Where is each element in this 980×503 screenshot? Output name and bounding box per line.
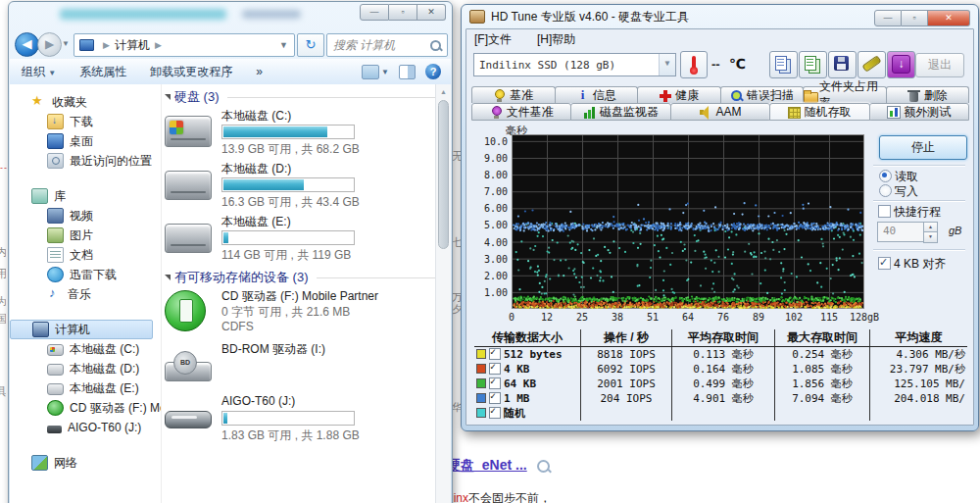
align-4kb-label[interactable]: 4 KB 对齐 xyxy=(894,256,946,273)
short-stroke-label[interactable]: 快捷行程 xyxy=(894,204,941,221)
forward-button[interactable]: ▶ xyxy=(37,32,62,57)
series-checkbox[interactable] xyxy=(489,392,501,404)
explorer-titlebar[interactable]: — ▫ ✕ xyxy=(9,2,452,29)
update-button[interactable]: ↓ xyxy=(887,51,915,78)
copy-image-button[interactable] xyxy=(799,51,827,78)
sidebar-item-1[interactable]: 下载 xyxy=(10,112,161,131)
sidebar-item-label: 下载 xyxy=(70,114,93,130)
drive-item[interactable]: AIGO-T60 (J:)1.83 GB 可用 , 共 1.88 GB xyxy=(163,392,435,445)
series-checkbox[interactable] xyxy=(489,377,501,389)
address-dropdown-icon[interactable]: ▼ xyxy=(279,40,294,50)
sidebar-item-16[interactable]: 网络 xyxy=(10,453,161,473)
menu-file[interactable]: [F]文件 xyxy=(474,31,512,48)
close-button[interactable]: ✕ xyxy=(417,4,446,21)
write-label[interactable]: 写入 xyxy=(895,183,918,200)
sidebar-item-10[interactable]: 计算机 xyxy=(10,320,153,339)
minimize-button[interactable]: — xyxy=(360,4,389,21)
sidebar-item-8[interactable]: 迅雷下载 xyxy=(10,265,161,284)
exit-button[interactable]: 退出 xyxy=(915,53,964,77)
sidebar-item-7[interactable]: 文档 xyxy=(10,245,161,265)
stop-button[interactable]: 停止 xyxy=(879,135,967,160)
y-tick-label: 1.00 xyxy=(474,287,508,298)
star-icon xyxy=(31,95,46,109)
drive-item[interactable]: BD-ROM 驱动器 (I:) xyxy=(163,339,435,392)
refresh-button[interactable]: ↻ xyxy=(297,33,324,57)
change-view-button[interactable]: ▼ xyxy=(362,65,389,79)
sidebar-item-4[interactable]: 库 xyxy=(10,186,161,206)
sidebar-item-6[interactable]: 图片 xyxy=(10,226,161,245)
menu-help[interactable]: [H]帮助 xyxy=(537,31,575,48)
breadcrumb[interactable]: 计算机 xyxy=(115,37,150,54)
sidebar-item-14[interactable]: CD 驱动器 (F:) Mob xyxy=(10,398,161,418)
organize-button[interactable]: 组织 ▼ xyxy=(10,64,68,80)
tab-label: 磁盘监视器 xyxy=(600,104,659,121)
maximize-button[interactable]: ▫ xyxy=(389,4,417,21)
back-button[interactable]: ◀ xyxy=(15,32,39,57)
chevron-down-icon[interactable]: ▼ xyxy=(659,54,675,75)
sidebar-item-15[interactable]: AIGO-T60 (J:) xyxy=(10,418,161,437)
tab-r1-0[interactable]: 基准 xyxy=(471,86,556,103)
drive-item[interactable]: 本地磁盘 (D:)16.3 GB 可用 , 共 43.4 GB xyxy=(163,159,435,212)
short-stroke-checkbox[interactable] xyxy=(878,205,891,218)
tab-r2-2[interactable]: AAM xyxy=(670,103,770,121)
group-expand-icon[interactable] xyxy=(165,275,171,280)
options-button[interactable] xyxy=(858,51,886,78)
scroll-up-icon[interactable]: ▲ xyxy=(436,84,451,99)
history-dropdown-icon[interactable]: ▼ xyxy=(62,39,70,48)
series-checkbox[interactable] xyxy=(489,348,501,360)
scrollbar-thumb[interactable] xyxy=(438,100,449,249)
read-radio[interactable] xyxy=(879,170,892,182)
sidebar-item-11[interactable]: 本地磁盘 (C:) xyxy=(10,339,161,359)
tab-r1-3[interactable]: 错误扫描 xyxy=(720,86,805,103)
series-checkbox[interactable] xyxy=(489,407,501,419)
background-link[interactable]: 硬盘_eNet ... xyxy=(447,457,527,475)
drive-item[interactable]: 本地磁盘 (E:)114 GB 可用 , 共 119 GB xyxy=(163,212,435,265)
maximize-button[interactable]: ▫ xyxy=(902,10,928,26)
minimize-button[interactable]: — xyxy=(874,10,902,26)
tab-r2-4[interactable]: 额外测试 xyxy=(869,103,969,121)
sidebar-item-13[interactable]: 本地磁盘 (E:) xyxy=(10,378,161,398)
tab-r1-5[interactable]: 删除 xyxy=(886,86,970,103)
save-button[interactable] xyxy=(828,51,857,78)
series-checkbox[interactable] xyxy=(489,363,501,375)
preview-pane-icon[interactable] xyxy=(399,65,416,79)
sidebar-item-3[interactable]: 最近访问的位置 xyxy=(10,151,161,171)
uninstall-program-button[interactable]: 卸载或更改程序 xyxy=(138,64,244,80)
drive-item[interactable]: CD 驱动器 (F:) Mobile Partner0 字节 可用 , 共 21… xyxy=(163,286,435,339)
tab-r1-1[interactable]: 信息 xyxy=(555,86,639,103)
table-cell-iops: 2001 IOPS xyxy=(580,377,671,391)
group-title: 有可移动存储的设备 (3) xyxy=(174,269,309,286)
drive-usage-fill xyxy=(223,413,227,424)
vertical-scrollbar[interactable]: ▲ xyxy=(435,84,451,503)
sidebar-item-12[interactable]: 本地磁盘 (D:) xyxy=(10,359,161,378)
hdd-system-icon xyxy=(165,116,212,147)
toolbar-overflow-button[interactable]: » xyxy=(244,65,274,78)
help-icon[interactable]: ? xyxy=(425,64,441,79)
copy-text-button[interactable] xyxy=(769,51,798,78)
spin-down-icon[interactable]: ▼ xyxy=(923,231,938,243)
align-4kb-checkbox[interactable] xyxy=(878,257,891,270)
group-expand-icon[interactable] xyxy=(165,94,171,100)
sidebar-item-2[interactable]: 桌面 xyxy=(10,131,161,151)
table-cell-label: 512 bytes xyxy=(474,348,580,361)
tab-r1-2[interactable]: 健康 xyxy=(637,86,721,103)
close-button[interactable]: ✕ xyxy=(928,10,970,26)
write-radio[interactable] xyxy=(879,184,892,197)
drive-select[interactable]: Indilinx SSD (128 gB) ▼ xyxy=(473,53,676,76)
short-stroke-size-input[interactable]: 40 xyxy=(877,222,929,242)
table-cell-iops: 6092 IOPS xyxy=(580,362,671,377)
address-bar[interactable]: ▶ 计算机 ▶ ▼ xyxy=(74,33,295,57)
drive-item[interactable]: 本地磁盘 (C:)13.9 GB 可用 , 共 68.2 GB xyxy=(163,106,435,159)
speaker-icon xyxy=(700,106,713,119)
system-properties-button[interactable]: 系统属性 xyxy=(68,64,138,80)
temperature-button[interactable] xyxy=(680,51,708,78)
tab-r2-3[interactable]: 随机存取 xyxy=(769,103,869,121)
tab-r2-0[interactable]: 文件基准 xyxy=(471,103,571,121)
y-tick-label: 9.00 xyxy=(474,153,508,164)
sidebar-item-9[interactable]: 音乐 xyxy=(10,284,161,304)
search-input[interactable]: 搜索 计算机 xyxy=(326,33,448,57)
sidebar-item-5[interactable]: 视频 xyxy=(10,206,161,226)
sidebar-item-0[interactable]: 收藏夹 xyxy=(10,92,161,112)
tab-r1-4[interactable]: 文件夹占用率 xyxy=(803,86,887,103)
tab-r2-1[interactable]: 磁盘监视器 xyxy=(570,103,670,121)
